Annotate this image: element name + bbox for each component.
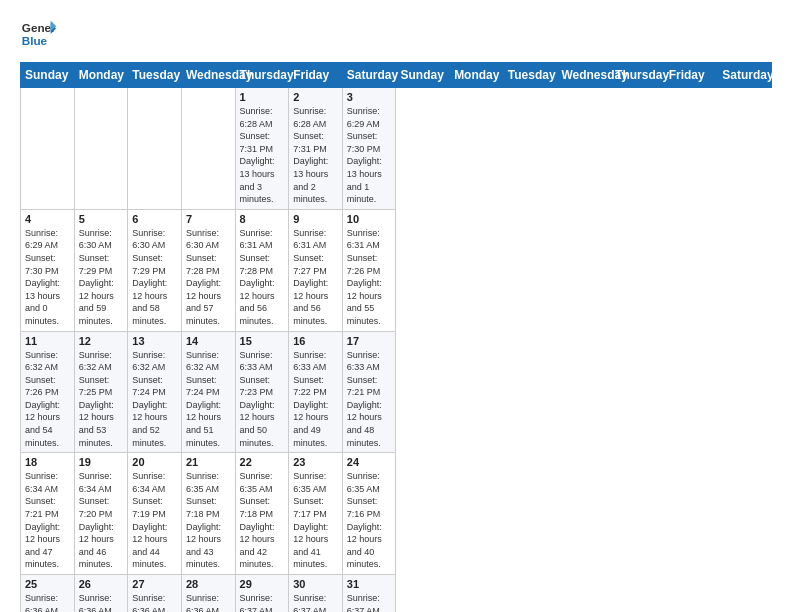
day-number: 28	[186, 578, 231, 590]
calendar-cell: 16Sunrise: 6:33 AM Sunset: 7:22 PM Dayli…	[289, 331, 343, 453]
calendar-cell: 12Sunrise: 6:32 AM Sunset: 7:25 PM Dayli…	[74, 331, 128, 453]
day-number: 25	[25, 578, 70, 590]
day-number: 29	[240, 578, 285, 590]
calendar-cell: 29Sunrise: 6:37 AM Sunset: 7:12 PM Dayli…	[235, 575, 289, 613]
calendar-cell	[181, 88, 235, 210]
day-info: Sunrise: 6:33 AM Sunset: 7:21 PM Dayligh…	[347, 349, 392, 450]
header-tuesday: Tuesday	[128, 63, 182, 88]
calendar-cell: 25Sunrise: 6:36 AM Sunset: 7:15 PM Dayli…	[21, 575, 75, 613]
calendar-cell: 6Sunrise: 6:30 AM Sunset: 7:29 PM Daylig…	[128, 209, 182, 331]
header-day-sunday: Sunday	[396, 63, 450, 88]
day-info: Sunrise: 6:37 AM Sunset: 7:10 PM Dayligh…	[347, 592, 392, 612]
calendar-cell: 1Sunrise: 6:28 AM Sunset: 7:31 PM Daylig…	[235, 88, 289, 210]
day-number: 16	[293, 335, 338, 347]
day-info: Sunrise: 6:32 AM Sunset: 7:24 PM Dayligh…	[132, 349, 177, 450]
calendar-cell: 28Sunrise: 6:36 AM Sunset: 7:13 PM Dayli…	[181, 575, 235, 613]
day-number: 18	[25, 456, 70, 468]
calendar-cell	[21, 88, 75, 210]
day-number: 22	[240, 456, 285, 468]
day-number: 26	[79, 578, 124, 590]
calendar-cell: 15Sunrise: 6:33 AM Sunset: 7:23 PM Dayli…	[235, 331, 289, 453]
calendar-cell: 17Sunrise: 6:33 AM Sunset: 7:21 PM Dayli…	[342, 331, 396, 453]
header: General Blue	[20, 16, 772, 52]
day-number: 19	[79, 456, 124, 468]
calendar-week-4: 18Sunrise: 6:34 AM Sunset: 7:21 PM Dayli…	[21, 453, 772, 575]
day-info: Sunrise: 6:34 AM Sunset: 7:20 PM Dayligh…	[79, 470, 124, 571]
day-info: Sunrise: 6:30 AM Sunset: 7:29 PM Dayligh…	[79, 227, 124, 328]
day-info: Sunrise: 6:30 AM Sunset: 7:29 PM Dayligh…	[132, 227, 177, 328]
day-number: 1	[240, 91, 285, 103]
day-number: 11	[25, 335, 70, 347]
calendar-cell: 19Sunrise: 6:34 AM Sunset: 7:20 PM Dayli…	[74, 453, 128, 575]
calendar-cell: 3Sunrise: 6:29 AM Sunset: 7:30 PM Daylig…	[342, 88, 396, 210]
day-number: 30	[293, 578, 338, 590]
day-number: 15	[240, 335, 285, 347]
day-info: Sunrise: 6:31 AM Sunset: 7:28 PM Dayligh…	[240, 227, 285, 328]
day-number: 5	[79, 213, 124, 225]
calendar-cell: 31Sunrise: 6:37 AM Sunset: 7:10 PM Dayli…	[342, 575, 396, 613]
calendar-cell: 22Sunrise: 6:35 AM Sunset: 7:18 PM Dayli…	[235, 453, 289, 575]
day-number: 24	[347, 456, 392, 468]
day-info: Sunrise: 6:33 AM Sunset: 7:22 PM Dayligh…	[293, 349, 338, 450]
calendar-cell: 5Sunrise: 6:30 AM Sunset: 7:29 PM Daylig…	[74, 209, 128, 331]
day-info: Sunrise: 6:36 AM Sunset: 7:13 PM Dayligh…	[186, 592, 231, 612]
header-day-saturday: Saturday	[718, 63, 772, 88]
day-number: 3	[347, 91, 392, 103]
day-number: 7	[186, 213, 231, 225]
calendar-cell: 24Sunrise: 6:35 AM Sunset: 7:16 PM Dayli…	[342, 453, 396, 575]
day-info: Sunrise: 6:28 AM Sunset: 7:31 PM Dayligh…	[240, 105, 285, 206]
day-number: 17	[347, 335, 392, 347]
day-info: Sunrise: 6:35 AM Sunset: 7:18 PM Dayligh…	[186, 470, 231, 571]
day-info: Sunrise: 6:32 AM Sunset: 7:25 PM Dayligh…	[79, 349, 124, 450]
day-number: 12	[79, 335, 124, 347]
day-info: Sunrise: 6:30 AM Sunset: 7:28 PM Dayligh…	[186, 227, 231, 328]
day-info: Sunrise: 6:35 AM Sunset: 7:17 PM Dayligh…	[293, 470, 338, 571]
day-info: Sunrise: 6:36 AM Sunset: 7:15 PM Dayligh…	[25, 592, 70, 612]
calendar-cell: 20Sunrise: 6:34 AM Sunset: 7:19 PM Dayli…	[128, 453, 182, 575]
day-info: Sunrise: 6:34 AM Sunset: 7:21 PM Dayligh…	[25, 470, 70, 571]
calendar-cell: 2Sunrise: 6:28 AM Sunset: 7:31 PM Daylig…	[289, 88, 343, 210]
calendar-table: SundayMondayTuesdayWednesdayThursdayFrid…	[20, 62, 772, 612]
page: General Blue SundayMondayTuesdayWednesda…	[0, 0, 792, 612]
header-day-thursday: Thursday	[611, 63, 665, 88]
calendar-week-5: 25Sunrise: 6:36 AM Sunset: 7:15 PM Dayli…	[21, 575, 772, 613]
calendar-week-3: 11Sunrise: 6:32 AM Sunset: 7:26 PM Dayli…	[21, 331, 772, 453]
day-number: 31	[347, 578, 392, 590]
day-number: 2	[293, 91, 338, 103]
svg-text:Blue: Blue	[22, 34, 48, 47]
calendar-cell: 8Sunrise: 6:31 AM Sunset: 7:28 PM Daylig…	[235, 209, 289, 331]
day-number: 27	[132, 578, 177, 590]
day-info: Sunrise: 6:36 AM Sunset: 7:14 PM Dayligh…	[132, 592, 177, 612]
calendar-cell: 18Sunrise: 6:34 AM Sunset: 7:21 PM Dayli…	[21, 453, 75, 575]
day-info: Sunrise: 6:31 AM Sunset: 7:26 PM Dayligh…	[347, 227, 392, 328]
calendar-cell: 14Sunrise: 6:32 AM Sunset: 7:24 PM Dayli…	[181, 331, 235, 453]
header-day-tuesday: Tuesday	[503, 63, 557, 88]
header-monday: Monday	[74, 63, 128, 88]
header-day-friday: Friday	[664, 63, 718, 88]
day-number: 13	[132, 335, 177, 347]
day-number: 10	[347, 213, 392, 225]
day-info: Sunrise: 6:29 AM Sunset: 7:30 PM Dayligh…	[25, 227, 70, 328]
day-number: 20	[132, 456, 177, 468]
day-number: 14	[186, 335, 231, 347]
day-info: Sunrise: 6:28 AM Sunset: 7:31 PM Dayligh…	[293, 105, 338, 206]
header-thursday: Thursday	[235, 63, 289, 88]
day-number: 9	[293, 213, 338, 225]
calendar-cell: 23Sunrise: 6:35 AM Sunset: 7:17 PM Dayli…	[289, 453, 343, 575]
calendar-cell: 26Sunrise: 6:36 AM Sunset: 7:14 PM Dayli…	[74, 575, 128, 613]
day-info: Sunrise: 6:32 AM Sunset: 7:24 PM Dayligh…	[186, 349, 231, 450]
header-day-monday: Monday	[450, 63, 504, 88]
day-number: 21	[186, 456, 231, 468]
calendar-cell: 11Sunrise: 6:32 AM Sunset: 7:26 PM Dayli…	[21, 331, 75, 453]
day-info: Sunrise: 6:29 AM Sunset: 7:30 PM Dayligh…	[347, 105, 392, 206]
header-day-wednesday: Wednesday	[557, 63, 611, 88]
calendar-cell: 30Sunrise: 6:37 AM Sunset: 7:11 PM Dayli…	[289, 575, 343, 613]
day-number: 23	[293, 456, 338, 468]
calendar-header-row: SundayMondayTuesdayWednesdayThursdayFrid…	[21, 63, 772, 88]
day-info: Sunrise: 6:35 AM Sunset: 7:16 PM Dayligh…	[347, 470, 392, 571]
calendar-cell: 21Sunrise: 6:35 AM Sunset: 7:18 PM Dayli…	[181, 453, 235, 575]
header-friday: Friday	[289, 63, 343, 88]
calendar-cell	[74, 88, 128, 210]
calendar-cell: 10Sunrise: 6:31 AM Sunset: 7:26 PM Dayli…	[342, 209, 396, 331]
calendar-cell: 4Sunrise: 6:29 AM Sunset: 7:30 PM Daylig…	[21, 209, 75, 331]
